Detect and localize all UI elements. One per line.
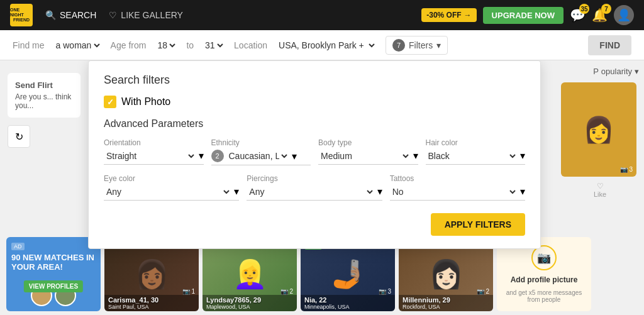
hair-color-field: Hair color Black ▾: [426, 138, 526, 165]
city-tag: Carisma_41, 30 Saint Paul, USA: [104, 295, 199, 311]
refresh-button[interactable]: ↻: [8, 125, 30, 148]
filters-label: Filters: [409, 40, 433, 50]
eye-color-select-wrapper: Any ▾: [104, 185, 239, 201]
messages-badge: 35: [579, 4, 589, 14]
chevron-down-icon: ▾: [234, 185, 239, 197]
age-from-label: Age from: [111, 40, 147, 50]
orientation-label: Orientation: [104, 138, 204, 147]
location-select[interactable]: USA, Brooklyn Park + 50 km: [276, 40, 377, 51]
tattoos-select[interactable]: No: [390, 186, 518, 197]
tattoos-label: Tattoos: [390, 174, 525, 183]
chevron-down-icon: ▾: [199, 150, 204, 162]
chevron-down-icon: ▾: [520, 150, 525, 162]
chevron-down-icon: ▾: [520, 185, 525, 197]
location-label: Location: [234, 40, 267, 50]
chevron-down-icon: ▾: [377, 185, 382, 197]
ethnicity-field: Ethnicity 2 Caucasian, Latino/ Hi... ▾: [211, 138, 311, 165]
profile-name: Nia, 22: [304, 296, 391, 304]
body-type-select[interactable]: Medium: [318, 150, 411, 162]
hair-color-label: Hair color: [426, 138, 526, 147]
piercings-field: Piercings Any ▾: [247, 174, 382, 201]
search-icon: 🔍: [45, 10, 56, 20]
send-flirt-card: Send Flirt Are you s... think you...: [8, 73, 80, 118]
ethnicity-select[interactable]: Caucasian, Latino/ Hi...: [226, 150, 289, 162]
adv-params-title: Advanced Parameters: [104, 118, 525, 130]
orientation-select[interactable]: Straight: [104, 150, 196, 162]
find-me-label: Find me: [13, 40, 45, 50]
ethnicity-select-wrapper: 2 Caucasian, Latino/ Hi... ▾: [211, 150, 311, 165]
logo-icon: ONE NIGHT FRIEND: [10, 4, 33, 26]
photo-count-right: 📷 3: [620, 166, 633, 173]
with-photo-checkbox[interactable]: ✓: [104, 96, 116, 108]
ethnicity-count: 2: [211, 150, 224, 162]
hair-color-select-wrapper: Black ▾: [426, 150, 526, 165]
photo-count: 📷 2: [280, 288, 293, 295]
body-type-label: Body type: [318, 138, 418, 147]
like-button[interactable]: ♡ Like: [561, 182, 639, 198]
add-photo-subtext: and get x5 more messages from people: [497, 289, 591, 303]
piercings-select[interactable]: Any: [247, 186, 374, 197]
right-profile-card[interactable]: 👩 📷 3: [561, 82, 636, 177]
eye-color-select[interactable]: Any: [104, 186, 231, 197]
chevron-down-icon: ▾: [413, 150, 418, 162]
notifications-button[interactable]: 🔔 7: [592, 8, 608, 23]
piercings-select-wrapper: Any ▾: [247, 185, 382, 201]
tattoos-select-wrapper: No ▾: [390, 185, 525, 201]
like-label: Like: [594, 191, 606, 198]
apply-filters-button[interactable]: APPLY FILTERS: [431, 213, 525, 236]
chevron-down-icon: ▾: [436, 40, 441, 50]
camera-icon: 📷: [531, 245, 557, 270]
messages-button[interactable]: 💬 35: [570, 8, 586, 23]
header-right: -30% OFF → UPGRADE NOW 💬 35 🔔 7 👤: [421, 5, 634, 25]
matches-banner: AD 90 NEW MATCHES IN YOUR AREA! VIEW PRO…: [6, 237, 101, 311]
left-sidebar: Send Flirt Are you s... think you... ↻: [0, 60, 88, 160]
chevron-down-icon: ▾: [292, 150, 297, 162]
discount-badge[interactable]: -30% OFF →: [421, 8, 476, 22]
profile-city: Maplewood, USA: [206, 304, 293, 310]
send-flirt-title: Send Flirt: [15, 80, 73, 90]
ad-tag: AD: [11, 243, 25, 250]
filters-button[interactable]: 7 Filters ▾: [386, 36, 448, 55]
piercings-label: Piercings: [247, 174, 382, 183]
logo[interactable]: ONE NIGHT FRIEND: [10, 4, 33, 26]
nav-search[interactable]: 🔍 SEARCH: [45, 10, 96, 20]
matches-count-text: 90 NEW MATCHES IN YOUR AREA!: [11, 253, 96, 272]
age-to-select[interactable]: 31: [203, 40, 225, 51]
body-type-select-wrapper: Medium ▾: [318, 150, 418, 165]
nav-search-label: SEARCH: [60, 10, 96, 20]
with-photo-row: ✓ With Photo: [104, 96, 525, 108]
find-button[interactable]: FIND: [588, 35, 631, 55]
avatar[interactable]: 👤: [614, 5, 634, 25]
arrow-icon: →: [464, 11, 472, 19]
profile-city: Minneapolis, USA: [304, 304, 391, 310]
city-tag: Nia, 22 Minneapolis, USA: [301, 295, 395, 311]
profile-name: Millennium, 29: [402, 296, 489, 304]
hair-color-select[interactable]: Black: [426, 150, 518, 162]
find-me-select[interactable]: a woman: [53, 40, 102, 51]
popularity-sort[interactable]: Popularity ▾: [561, 67, 639, 76]
filters-row1: Orientation Straight ▾ Ethnicity 2 Cauca…: [104, 138, 525, 165]
view-profiles-button[interactable]: VIEW PROFILES: [24, 280, 83, 292]
right-sidebar: Popularity ▾ 👩 📷 3 ♡ Like: [556, 60, 644, 204]
city-tag: Lyndsay7865, 29 Maplewood, USA: [203, 295, 297, 311]
tattoos-field: Tattoos No ▾: [390, 174, 525, 201]
check-icon: ✓: [107, 97, 114, 107]
search-bar: Find me a woman Age from 18 to 31 Locati…: [0, 30, 644, 60]
popularity-text: opularity: [601, 67, 632, 76]
nav-items: 🔍 SEARCH ♡ LIKE GALLERY: [45, 10, 409, 20]
refresh-icon: ↻: [15, 131, 23, 143]
orientation-field: Orientation Straight ▾: [104, 138, 204, 165]
discount-text: -30% OFF: [426, 11, 461, 19]
popularity-label: P: [593, 67, 599, 76]
chevron-down-icon: ▾: [635, 67, 639, 76]
add-photo-title: Add profile picture: [511, 275, 578, 284]
nav-like-gallery-label: LIKE GALLERY: [121, 10, 183, 20]
nav-like-gallery[interactable]: ♡ LIKE GALLERY: [109, 10, 183, 20]
body-type-field: Body type Medium ▾: [318, 138, 418, 165]
filter-panel: Search filters ✓ With Photo Advanced Par…: [88, 60, 541, 249]
age-to-label: to: [186, 40, 194, 50]
ethnicity-label: Ethnicity: [211, 138, 311, 147]
age-from-select[interactable]: 18: [155, 40, 177, 51]
photo-count: 📷 3: [379, 288, 391, 295]
upgrade-button[interactable]: UPGRADE NOW: [483, 7, 564, 24]
